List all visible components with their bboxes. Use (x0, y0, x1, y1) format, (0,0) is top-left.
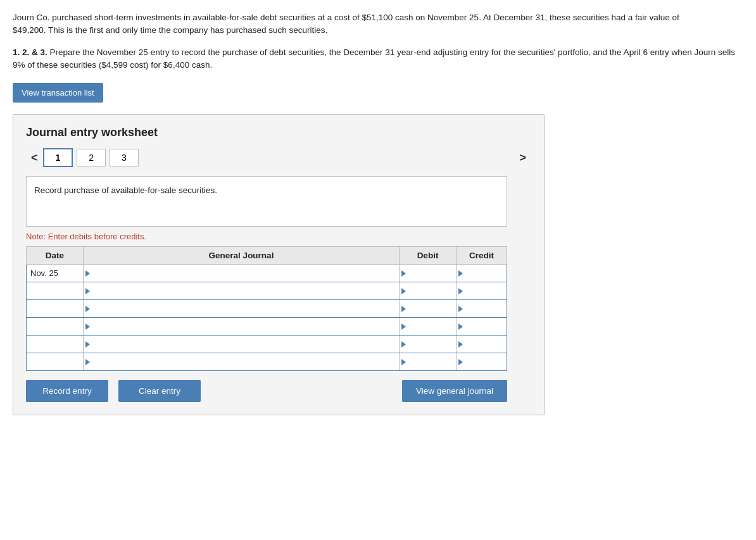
credit-input-5[interactable] (464, 336, 507, 353)
date-cell-5 (27, 336, 84, 353)
tri-indicator-3 (85, 306, 90, 312)
action-row: Record entry Clear entry View general jo… (26, 380, 507, 402)
gj-cell-3[interactable] (84, 300, 400, 318)
date-cell-4 (27, 318, 84, 336)
record-entry-button[interactable]: Record entry (26, 380, 108, 402)
tri-indicator-5 (85, 341, 90, 348)
debit-input-2[interactable] (407, 283, 456, 299)
tab-row: < 1 2 3 > (26, 148, 531, 167)
tri-indicator-4 (85, 323, 90, 330)
tri-credit-1 (458, 270, 463, 277)
view-transaction-button[interactable]: View transaction list (13, 83, 103, 103)
tri-debit-6 (401, 359, 406, 365)
tri-credit-3 (458, 306, 463, 312)
gj-input-6[interactable] (91, 354, 399, 370)
gj-cell-6[interactable] (84, 353, 400, 371)
debit-input-5[interactable] (407, 336, 456, 353)
credit-input-3[interactable] (464, 301, 507, 317)
nav-left-arrow[interactable]: < (26, 149, 43, 167)
problem-text: 1. 2. & 3. Prepare the November 25 entry… (13, 46, 741, 72)
credit-input-2[interactable] (464, 283, 507, 299)
tri-indicator-1 (85, 270, 90, 277)
credit-input-4[interactable] (464, 318, 507, 335)
table-row (27, 336, 507, 353)
journal-table: Date General Journal Debit Credit Nov. 2… (26, 246, 507, 371)
tri-indicator-6 (85, 359, 90, 365)
tri-debit-5 (401, 341, 406, 348)
gj-input-5[interactable] (91, 336, 399, 353)
date-cell-2 (27, 282, 84, 300)
debit-cell-4[interactable] (400, 318, 457, 336)
debit-cell-2[interactable] (400, 282, 457, 300)
credit-cell-1[interactable] (457, 265, 507, 282)
gj-input-2[interactable] (91, 283, 399, 299)
table-row (27, 282, 507, 300)
gj-cell-4[interactable] (84, 318, 400, 336)
debit-input-1[interactable] (407, 265, 456, 282)
credit-cell-4[interactable] (457, 318, 507, 336)
debit-cell-3[interactable] (400, 300, 457, 318)
date-cell-3 (27, 300, 84, 318)
table-row (27, 300, 507, 318)
date-value-1: Nov. 25 (30, 268, 58, 278)
debit-input-3[interactable] (407, 301, 456, 317)
problem-description: Prepare the November 25 entry to record … (13, 47, 735, 70)
table-row (27, 353, 507, 371)
credit-cell-3[interactable] (457, 300, 507, 318)
header-credit: Credit (457, 247, 507, 265)
tri-credit-2 (458, 288, 463, 294)
header-general-journal: General Journal (84, 247, 400, 265)
gj-input-4[interactable] (91, 318, 399, 335)
description-box: Record purchase of available-for-sale se… (26, 176, 507, 227)
header-debit: Debit (400, 247, 457, 265)
credit-input-1[interactable] (464, 265, 507, 282)
tri-credit-6 (458, 359, 463, 365)
tri-indicator-2 (85, 288, 90, 294)
gj-input-3[interactable] (91, 301, 399, 317)
description-text: Record purchase of available-for-sale se… (34, 185, 217, 195)
header-date: Date (27, 247, 84, 265)
debit-input-6[interactable] (407, 354, 456, 370)
tri-debit-4 (401, 323, 406, 330)
credit-cell-2[interactable] (457, 282, 507, 300)
tri-debit-2 (401, 288, 406, 294)
gj-cell-2[interactable] (84, 282, 400, 300)
credit-cell-6[interactable] (457, 353, 507, 371)
tri-debit-1 (401, 270, 406, 277)
date-cell-1: Nov. 25 (27, 265, 84, 282)
table-row (27, 318, 507, 336)
debit-cell-5[interactable] (400, 336, 457, 353)
tab-2[interactable]: 2 (77, 149, 106, 166)
nav-right-arrow[interactable]: > (514, 149, 531, 167)
problem-label: 1. 2. & 3. (13, 47, 47, 57)
clear-entry-button[interactable]: Clear entry (118, 380, 201, 402)
intro-text: Journ Co. purchased short-term investmen… (13, 11, 709, 37)
gj-input-1[interactable] (91, 265, 399, 282)
debit-cell-6[interactable] (400, 353, 457, 371)
journal-entry-worksheet: Journal entry worksheet < 1 2 3 > Record… (13, 114, 545, 415)
worksheet-title: Journal entry worksheet (26, 126, 531, 139)
note-text: Note: Enter debits before credits. (26, 232, 531, 241)
tab-1[interactable]: 1 (43, 148, 73, 167)
table-row: Nov. 25 (27, 265, 507, 282)
view-general-journal-button[interactable]: View general journal (402, 380, 507, 402)
tri-credit-5 (458, 341, 463, 348)
tri-debit-3 (401, 306, 406, 312)
credit-cell-5[interactable] (457, 336, 507, 353)
gj-cell-5[interactable] (84, 336, 400, 353)
debit-cell-1[interactable] (400, 265, 457, 282)
tri-credit-4 (458, 323, 463, 330)
tab-3[interactable]: 3 (110, 149, 139, 166)
gj-cell-1[interactable] (84, 265, 400, 282)
credit-input-6[interactable] (464, 354, 507, 370)
debit-input-4[interactable] (407, 318, 456, 335)
date-cell-6 (27, 353, 84, 371)
